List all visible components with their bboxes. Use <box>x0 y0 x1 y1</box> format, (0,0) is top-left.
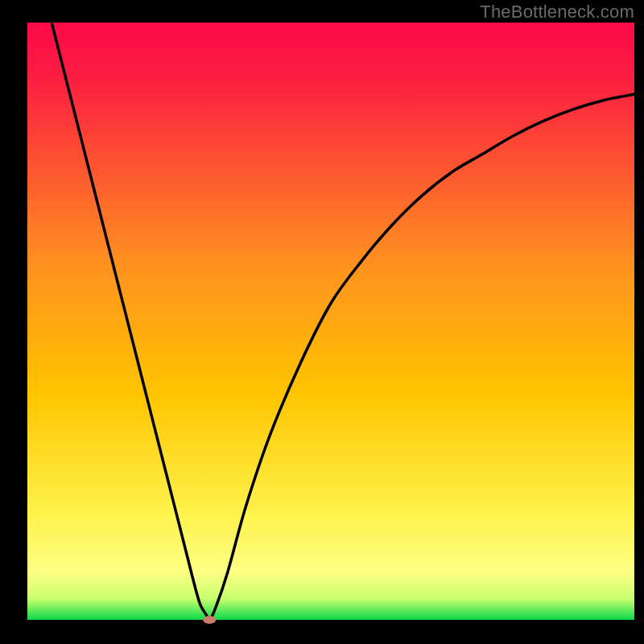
bottleneck-chart <box>0 0 644 644</box>
optimal-point-marker <box>203 616 216 624</box>
watermark-text: TheBottleneck.com <box>480 2 634 23</box>
plot-background <box>27 23 634 620</box>
chart-frame: TheBottleneck.com <box>0 0 644 644</box>
